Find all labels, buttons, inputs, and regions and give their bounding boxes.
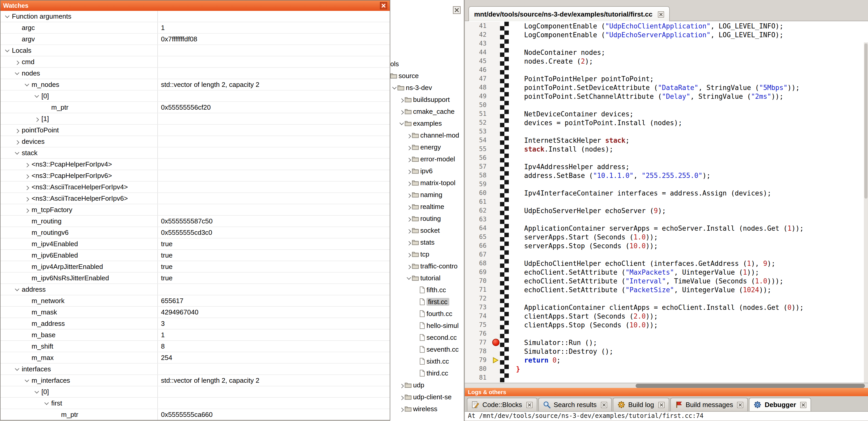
tree-expander-icon[interactable]: [406, 153, 412, 165]
editor-vertical-scrollbar[interactable]: [864, 42, 868, 383]
tree-item-ns-3-dev[interactable]: ns-3-dev: [390, 82, 464, 94]
marker-margin[interactable]: [492, 365, 500, 374]
code-text[interactable]: Simulator::Destroy ();: [509, 347, 613, 356]
log-tab-code-blocks[interactable]: Code::Blocks: [467, 398, 537, 411]
close-icon[interactable]: [658, 401, 664, 408]
tree-item-ols[interactable]: ols: [390, 58, 464, 70]
editor-tab[interactable]: mnt/dev/tools/source/ns-3-dev/examples/t…: [468, 6, 670, 22]
log-tab-debugger[interactable]: Debugger: [749, 398, 811, 411]
marker-margin[interactable]: [492, 92, 500, 101]
watch-row[interactable]: [0]: [1, 386, 390, 398]
marker-margin[interactable]: [492, 250, 500, 259]
code-text[interactable]: pointToPoint.SetChannelAttribute ("Delay…: [509, 92, 783, 101]
tree-expander-icon[interactable]: [22, 204, 32, 215]
tree-expander-icon[interactable]: [12, 148, 22, 158]
tree-expander-icon[interactable]: [406, 201, 412, 213]
code-text[interactable]: }: [509, 365, 520, 374]
code-text[interactable]: NodeContainer nodes;: [509, 48, 605, 57]
marker-margin[interactable]: [492, 338, 500, 347]
marker-margin[interactable]: [492, 312, 500, 321]
marker-margin[interactable]: [492, 224, 500, 233]
marker-margin[interactable]: [492, 241, 500, 250]
tree-expander-icon[interactable]: [406, 189, 412, 201]
code-text[interactable]: UdpEchoServerHelper echoServer (9);: [509, 206, 666, 215]
marker-margin[interactable]: [492, 127, 500, 136]
tree-expander-icon[interactable]: [32, 113, 41, 124]
code-text[interactable]: [509, 39, 516, 48]
tree-expander-icon[interactable]: [32, 386, 41, 397]
marker-margin[interactable]: [492, 347, 500, 356]
watch-row[interactable]: m_ipv6Enabledtrue: [1, 250, 390, 261]
tree-expander-icon[interactable]: [406, 236, 412, 248]
marker-margin[interactable]: [492, 198, 500, 206]
tree-item-source[interactable]: source: [390, 70, 464, 82]
watch-row[interactable]: m_address3: [1, 318, 390, 329]
watch-row[interactable]: [0]: [1, 91, 390, 102]
editor-tab-close-icon[interactable]: [658, 11, 664, 17]
tree-expander-icon[interactable]: [399, 391, 405, 403]
tree-expander-icon[interactable]: [406, 213, 412, 224]
watch-row[interactable]: <ns3::AsciiTraceHelperForIpv4>: [1, 182, 390, 193]
tree-item-udp[interactable]: udp: [390, 379, 464, 391]
tree-expander-icon[interactable]: [22, 79, 32, 90]
marker-margin[interactable]: [492, 356, 500, 365]
tree-expander-icon[interactable]: [12, 284, 22, 295]
code-text[interactable]: [509, 374, 516, 382]
code-text[interactable]: [509, 329, 516, 338]
marker-margin[interactable]: [492, 268, 500, 277]
tree-item-fourth-cc[interactable]: fourth.cc: [390, 308, 464, 320]
marker-margin[interactable]: [492, 215, 500, 224]
code-text[interactable]: devices = pointToPoint.Install (nodes);: [509, 119, 682, 127]
tree-expander-icon[interactable]: [399, 105, 405, 118]
watch-row[interactable]: m_network655617: [1, 295, 390, 307]
watch-row[interactable]: [1]: [1, 113, 390, 125]
watch-row[interactable]: address: [1, 284, 390, 295]
tree-expander-icon[interactable]: [3, 11, 12, 22]
log-tab-build-log[interactable]: Build log: [613, 398, 669, 411]
watch-row[interactable]: m_ipv4Enabledtrue: [1, 238, 390, 250]
marker-margin[interactable]: [492, 374, 500, 382]
marker-margin[interactable]: [492, 277, 500, 286]
code-text[interactable]: stack.Install (nodes);: [509, 145, 613, 154]
tree-item-hello-simul[interactable]: hello-simul: [390, 320, 464, 331]
code-text[interactable]: pointToPoint.SetDeviceAttribute ("DataRa…: [509, 83, 800, 92]
tree-item-traffic-contro[interactable]: traffic-contro: [390, 260, 464, 272]
watch-row[interactable]: devices: [1, 136, 390, 148]
marker-margin[interactable]: [492, 329, 500, 338]
watch-row[interactable]: m_ipv6NsRsJitterEnabledtrue: [1, 272, 390, 284]
tree-item-second-cc[interactable]: second.cc: [390, 331, 464, 344]
watch-row[interactable]: argc1: [1, 22, 390, 34]
tree-expander-icon[interactable]: [22, 193, 32, 204]
watch-row[interactable]: m_routingv60x5555555cd3c0: [1, 227, 390, 238]
tree-expander-icon[interactable]: [42, 398, 51, 409]
tree-item-tcp[interactable]: tcp: [390, 248, 464, 260]
logs-titlebar[interactable]: Logs & others: [465, 388, 868, 396]
tree-expander-icon[interactable]: [399, 94, 405, 105]
tree-expander-icon[interactable]: [406, 272, 412, 284]
watch-row[interactable]: Function arguments: [1, 11, 390, 22]
marker-margin[interactable]: [492, 110, 500, 119]
marker-margin[interactable]: [492, 83, 500, 92]
code-text[interactable]: [509, 127, 516, 136]
code-text[interactable]: UdpEchoClientHelper echoClient (interfac…: [509, 259, 775, 268]
watch-row[interactable]: m_nodesstd::vector of length 2, capacity…: [1, 79, 390, 91]
tree-expander-icon[interactable]: [406, 260, 412, 272]
watch-row[interactable]: nodes: [1, 68, 390, 79]
tree-item-examples[interactable]: examples: [390, 118, 464, 129]
watch-row[interactable]: pointToPoint: [1, 125, 390, 136]
tree-expander-icon[interactable]: [399, 118, 405, 129]
tree-expander-icon[interactable]: [32, 91, 41, 101]
marker-margin[interactable]: [492, 74, 500, 83]
code-text[interactable]: [509, 101, 516, 110]
tree-expander-icon[interactable]: [12, 136, 22, 147]
code-text[interactable]: Simulator::Run ();: [509, 338, 597, 347]
marker-margin[interactable]: [492, 180, 500, 189]
code-text[interactable]: clientApps.Start (Seconds (2.0));: [509, 312, 658, 321]
marker-margin[interactable]: [492, 321, 500, 329]
code-text[interactable]: PointToPointHelper pointToPoint;: [509, 74, 654, 83]
code-text[interactable]: echoClient.SetAttribute ("PacketSize", U…: [509, 286, 771, 294]
marker-margin[interactable]: [492, 154, 500, 162]
code-text[interactable]: echoClient.SetAttribute ("Interval", Tim…: [509, 277, 783, 286]
watch-row[interactable]: <ns3::AsciiTraceHelperForIpv6>: [1, 193, 390, 204]
breakpoint-icon[interactable]: [492, 339, 499, 346]
